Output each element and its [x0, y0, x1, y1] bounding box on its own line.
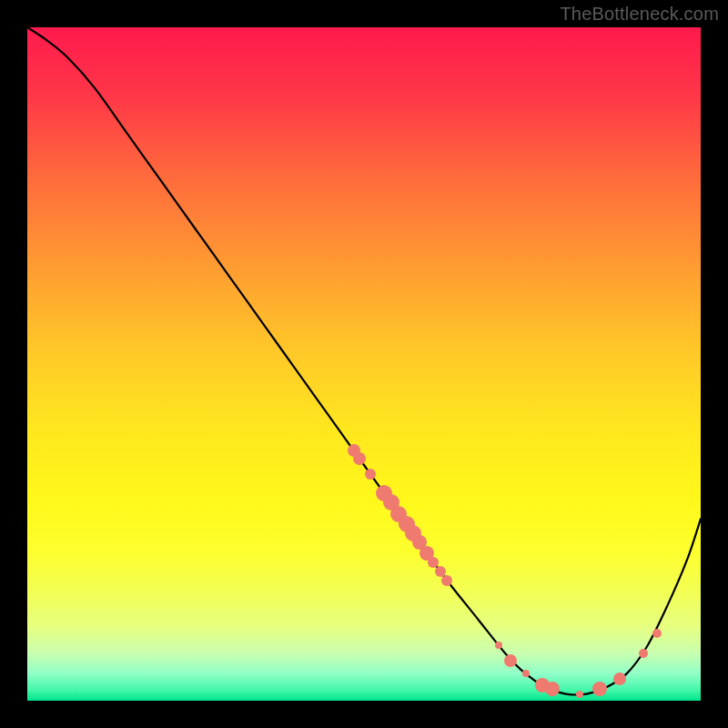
curve-dot	[639, 649, 648, 658]
curve-dot	[522, 670, 530, 677]
plot-area	[27, 27, 701, 701]
chart-stage: TheBottleneck.com	[0, 0, 728, 728]
gradient-background	[27, 27, 701, 701]
curve-dot	[613, 672, 626, 685]
curve-dot	[353, 452, 366, 465]
curve-dot	[441, 575, 452, 586]
curve-dot	[495, 642, 502, 649]
curve-dot	[592, 682, 607, 696]
curve-dot	[576, 691, 583, 698]
curve-dot	[365, 469, 376, 480]
curve-dot	[545, 682, 560, 696]
curve-dot	[504, 654, 517, 667]
curve-dot	[652, 629, 662, 638]
watermark-text: TheBottleneck.com	[560, 4, 719, 25]
svg-rect-0	[27, 27, 701, 701]
